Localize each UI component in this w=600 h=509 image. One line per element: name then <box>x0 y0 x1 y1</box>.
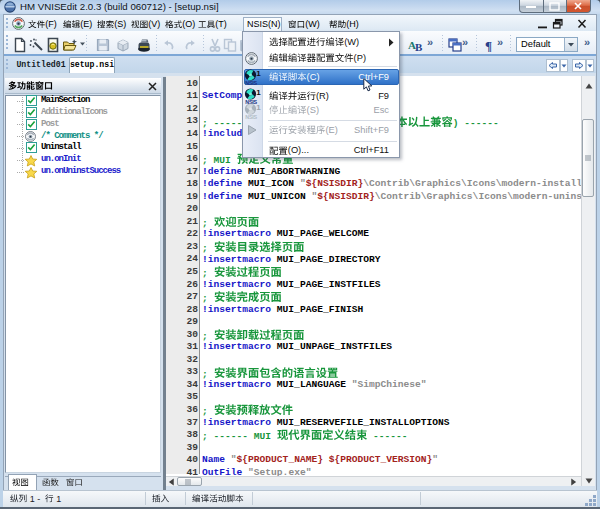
svg-text:1: 1 <box>256 69 261 78</box>
svg-text:B: B <box>415 41 423 53</box>
svg-text:¶: ¶ <box>485 38 492 53</box>
svg-text:NSIS: NSIS <box>245 114 257 120</box>
svg-text:NSIS: NSIS <box>245 80 257 86</box>
svg-text:1: 1 <box>256 103 261 112</box>
svg-text:1: 1 <box>256 88 261 97</box>
